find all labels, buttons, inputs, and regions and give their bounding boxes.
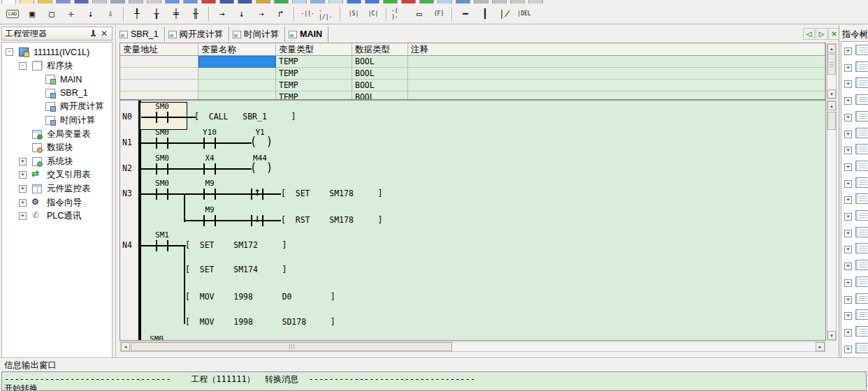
tab-scroll-left-button[interactable]: ◁ xyxy=(803,28,815,40)
contact-M9[interactable]: M9 xyxy=(185,179,234,188)
wire-right-dashed-button[interactable]: ⇢ xyxy=(252,5,270,22)
instruction-group-item[interactable]: + xyxy=(844,177,868,190)
coil-M44[interactable]: M44 xyxy=(236,154,284,163)
expand-icon[interactable]: + xyxy=(844,279,852,287)
lad-mode-button[interactable]: LAD xyxy=(3,5,22,22)
expand-icon[interactable]: + xyxy=(844,114,852,121)
column-header-注释[interactable]: 注释 xyxy=(408,43,825,56)
horizontal-line-button[interactable]: ━ xyxy=(456,5,475,22)
expand-icon[interactable]: + xyxy=(844,147,852,154)
instruction-MOV-1998-D0[interactable]: [ MOV 1998 D0 ] xyxy=(185,292,335,302)
cell-dtype[interactable]: BOOL xyxy=(352,56,408,68)
collapse-icon[interactable]: - xyxy=(6,48,13,56)
scroll-left-icon[interactable]: ◄ xyxy=(121,342,130,351)
sidebar-item-SBR_1[interactable]: SBR_1 xyxy=(2,87,112,100)
instruction-group-item[interactable]: + xyxy=(844,260,868,272)
function-block-button[interactable]: {F} xyxy=(430,5,448,22)
contact-normally-closed-button[interactable]: -|/|- xyxy=(318,5,336,22)
cell-comment[interactable] xyxy=(408,68,825,80)
sidebar-item-元件监控表[interactable]: +元件监控表 xyxy=(2,182,112,196)
sidebar-item-111111(IVC1L)[interactable]: -111111(IVC1L) xyxy=(2,45,112,59)
instruction-RST-SM178[interactable]: [ RST SM178 ] xyxy=(281,215,382,225)
expand-icon[interactable]: + xyxy=(844,312,852,320)
scroll-thumb[interactable] xyxy=(131,342,452,351)
scroll-down-icon[interactable]: ▼ xyxy=(827,331,836,340)
rising-edge-contact[interactable]: ↑ xyxy=(253,188,261,198)
sidebar-item-时间计算[interactable]: 时间计算 xyxy=(2,114,112,127)
instruction-CALL-SBR_1[interactable]: [ CALL SBR_1 ] xyxy=(194,112,296,121)
tab-阀开度计算[interactable]: 阀开度计算 xyxy=(165,27,230,42)
instruction-group-item[interactable]: + xyxy=(844,193,868,206)
instruction-group-item[interactable]: + xyxy=(844,61,868,74)
instruction-group-item[interactable]: + xyxy=(844,343,868,355)
tab-scroll-right-button[interactable]: ▷ xyxy=(816,28,827,40)
contact-Y10[interactable]: Y10 xyxy=(185,128,234,137)
cell-comment[interactable] xyxy=(408,56,825,68)
ladder-editor[interactable]: N0N1N2N3N4SM0SM0Y10SM0X4SM0M9↑M9↓SM1()Y1… xyxy=(120,100,826,341)
cell-comment[interactable] xyxy=(408,80,825,91)
expand-icon[interactable]: + xyxy=(19,171,27,179)
contact-X4[interactable]: X4 xyxy=(185,154,234,163)
contact-count-button[interactable]: |C| xyxy=(364,5,382,22)
column-header-变量名称[interactable]: 变量名称 xyxy=(198,43,276,56)
contact-SM1[interactable]: SM1 xyxy=(138,230,187,239)
wire-right-button[interactable]: → xyxy=(213,5,231,22)
delete-vertical-line-button[interactable]: |DEL xyxy=(515,5,533,22)
cell-vtype[interactable]: TEMP xyxy=(276,91,352,100)
instruction-group-item[interactable]: + xyxy=(844,243,868,256)
instruction-group-item[interactable]: + xyxy=(844,293,868,306)
cell-name[interactable] xyxy=(198,68,276,80)
pin-icon[interactable] xyxy=(88,29,98,38)
vertical-line-button[interactable]: ┃ xyxy=(476,5,494,22)
instruction-MOV-1998-SD178[interactable]: [ MOV 1998 SD178 ] xyxy=(185,317,335,327)
network-box-button[interactable]: ▣ xyxy=(23,5,41,22)
cell-addr[interactable] xyxy=(120,68,198,80)
expand-icon[interactable]: + xyxy=(844,329,852,337)
cell-dtype[interactable]: BOOL xyxy=(352,80,408,91)
insert-parallel-button[interactable]: ╪ xyxy=(167,5,185,22)
instruction-group-item[interactable]: + xyxy=(844,161,868,173)
expand-icon[interactable]: + xyxy=(844,213,852,221)
contact-set-button[interactable]: |S| xyxy=(345,5,363,22)
sidebar-item-指令向导[interactable]: +⚙指令向导 xyxy=(2,196,112,209)
cell-addr[interactable] xyxy=(120,80,198,91)
tab-SBR_1[interactable]: SBR_1 xyxy=(116,27,165,42)
network-empty-button[interactable]: ▢ xyxy=(43,5,61,22)
cell-name[interactable] xyxy=(198,80,276,91)
scroll-thumb[interactable] xyxy=(827,112,836,130)
cell-addr[interactable] xyxy=(120,91,198,100)
coil-Y1[interactable]: Y1 xyxy=(236,128,284,137)
expand-icon[interactable]: + xyxy=(844,47,852,55)
variable-table-vscrollbar[interactable]: ▲ ▼ xyxy=(827,43,837,99)
expand-icon[interactable]: + xyxy=(19,212,27,220)
contact-SM0[interactable]: SM0 xyxy=(138,179,187,188)
instruction-SET-SM172[interactable]: [ SET SM172 ] xyxy=(185,240,287,250)
scroll-up-icon[interactable]: ▲ xyxy=(827,101,836,110)
collapse-icon[interactable]: - xyxy=(19,62,27,70)
tab-MAIN[interactable]: MAIN xyxy=(285,27,328,42)
contact-normally-open-button[interactable]: -||- xyxy=(298,5,317,22)
expand-icon[interactable]: + xyxy=(844,263,852,270)
contact-M9[interactable]: M9 xyxy=(185,205,234,214)
sidebar-item-全局变量表[interactable]: 全局变量表 xyxy=(2,128,112,141)
instruction-group-item[interactable]: + xyxy=(844,144,868,156)
expand-icon[interactable]: + xyxy=(19,185,27,193)
cell-comment[interactable] xyxy=(408,91,825,100)
instruction-group-item[interactable]: + xyxy=(844,276,868,289)
instruction-group-item[interactable]: + xyxy=(844,78,868,90)
delete-row-button[interactable]: ⇩ xyxy=(101,5,120,22)
ladder-hscrollbar[interactable]: ◄ ► xyxy=(120,341,825,352)
instruction-group-item[interactable]: + xyxy=(844,111,868,124)
instruction-group-item[interactable]: + xyxy=(844,309,868,322)
cell-vtype[interactable]: TEMP xyxy=(276,56,352,68)
column-header-变量类型[interactable]: 变量类型 xyxy=(276,43,352,56)
wire-down-button[interactable]: ↓ xyxy=(233,5,251,22)
sidebar-item-程序块[interactable]: -程序块 xyxy=(2,59,112,73)
cell-dtype[interactable]: BOOL xyxy=(352,91,408,100)
cell-vtype[interactable]: TEMP xyxy=(276,80,352,91)
cell-name[interactable] xyxy=(198,56,276,68)
cell-dtype[interactable]: BOOL xyxy=(352,68,408,80)
instruction-group-item[interactable]: + xyxy=(844,227,868,239)
ladder-vscrollbar[interactable]: ▲ ▼ xyxy=(827,101,837,341)
wire-up-right-button[interactable]: ↱ xyxy=(272,5,290,22)
